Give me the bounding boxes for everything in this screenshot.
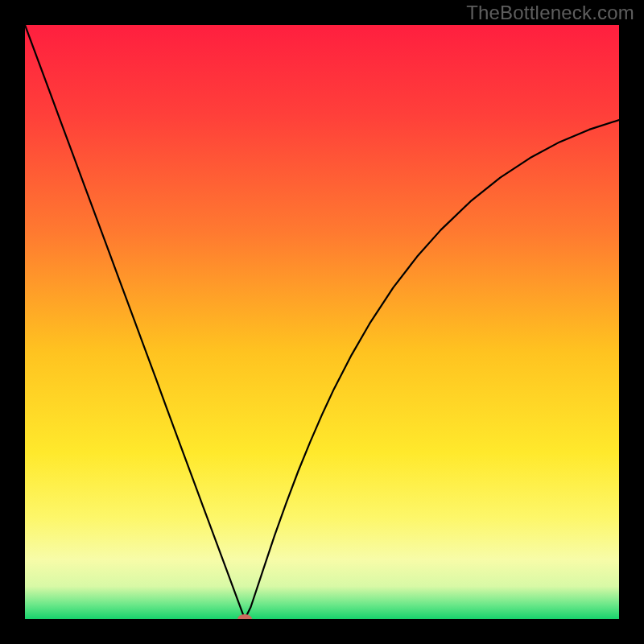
plot-area (25, 25, 619, 619)
chart-frame: TheBottleneck.com (0, 0, 644, 644)
plot-svg (25, 25, 619, 619)
watermark-text: TheBottleneck.com (466, 2, 634, 24)
gradient-background (25, 25, 619, 619)
